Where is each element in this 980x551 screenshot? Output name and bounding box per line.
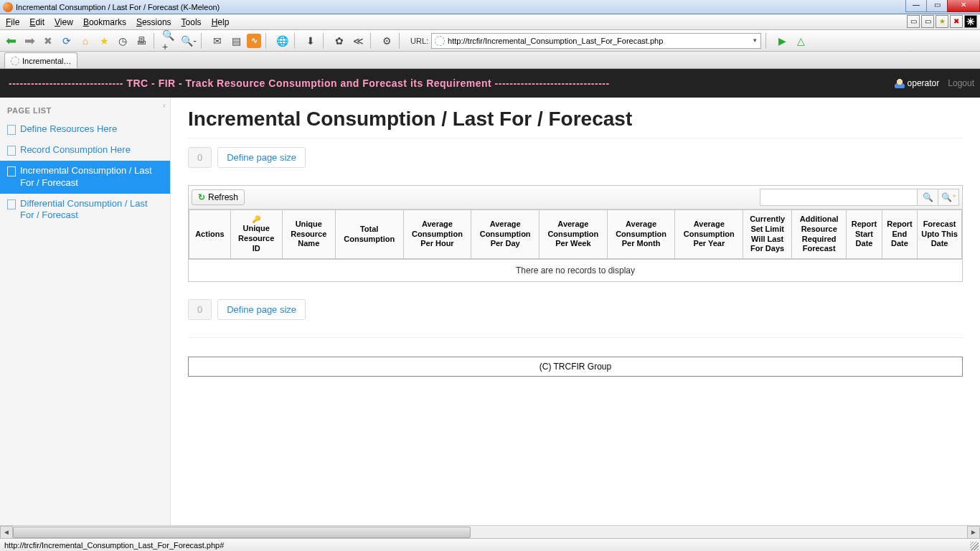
go-menu-button[interactable]: △ xyxy=(793,33,809,49)
zoom-out-button[interactable]: 🔍- xyxy=(181,33,197,49)
sidebar-item-label: Define Resources Here xyxy=(20,123,117,136)
x-small-icon[interactable]: ✖ xyxy=(950,15,963,28)
minimize-button[interactable]: — xyxy=(905,0,927,12)
forward-button[interactable]: ➡ xyxy=(22,33,37,49)
navigation-toolbar: ⬅ ➡ ✖ ⟳ ⌂ ★ ◷ 🖶 🔍+ 🔍- ✉ ▤ ∿ 🌐 ⬇ ✿ ≪ ⚙ UR… xyxy=(0,30,980,52)
menu-file[interactable]: File xyxy=(6,17,19,27)
col-report-end[interactable]: Report End Date xyxy=(882,210,917,259)
globe-button[interactable]: 🌐 xyxy=(274,33,290,49)
window-controls: — ▭ ✕ xyxy=(906,0,980,12)
horizontal-scrollbar[interactable]: ◄ ► xyxy=(0,525,980,538)
menu-edit[interactable]: Edit xyxy=(29,17,44,27)
grid-header-row: Actions 🔑Unique Resource ID Unique Resou… xyxy=(189,210,962,259)
sidebar-title: PAGE LIST xyxy=(0,98,170,119)
col-avg-hour[interactable]: Average Consumption Per Hour xyxy=(403,210,471,259)
url-dropdown-icon[interactable]: ▼ xyxy=(752,37,758,44)
favorite-button[interactable]: ★ xyxy=(96,33,112,49)
col-limit-days[interactable]: Currently Set Limit Will Last For Days xyxy=(743,210,792,259)
menu-help[interactable]: Help xyxy=(212,17,230,27)
tab-favicon xyxy=(11,57,19,65)
sidebar-item-record-consumption[interactable]: Record Consumption Here xyxy=(0,140,170,161)
refresh-button[interactable]: ↻Refresh xyxy=(192,189,245,205)
separator xyxy=(294,33,298,49)
divider xyxy=(188,138,963,138)
sidebar: ‹ PAGE LIST Define Resources Here Record… xyxy=(0,98,171,525)
menu-sessions[interactable]: Sessions xyxy=(136,17,171,27)
menu-view[interactable]: View xyxy=(55,17,73,27)
separator xyxy=(765,33,770,49)
window-titlebar: Incremental Consumption / Last For / For… xyxy=(0,0,980,14)
browser-tab[interactable]: Incremental… xyxy=(4,52,77,68)
col-actions[interactable]: Actions xyxy=(189,210,231,259)
grid-search-button[interactable]: 🔍 xyxy=(917,189,938,206)
user-label[interactable]: operator xyxy=(895,78,940,89)
menu-tools[interactable]: Tools xyxy=(182,17,202,27)
sidebar-collapse-icon[interactable]: ‹ xyxy=(163,100,166,110)
resize-grip[interactable] xyxy=(970,542,979,550)
go-button[interactable]: ▶ xyxy=(774,33,790,49)
col-additional-forecast[interactable]: Additional Resource Required Forecast xyxy=(792,210,847,259)
rss-button[interactable]: ∿ xyxy=(247,34,261,48)
news-button[interactable]: ▤ xyxy=(228,33,244,49)
footer-copyright: (C) TRCFIR Group xyxy=(188,357,963,377)
thumb-icon-2[interactable]: ▭ xyxy=(921,15,934,28)
home-button[interactable]: ⌂ xyxy=(77,33,93,49)
grid-advanced-search-button[interactable]: 🔍⁺ xyxy=(938,189,959,206)
share-button[interactable]: ≪ xyxy=(350,33,366,49)
back-button[interactable]: ⬅ xyxy=(3,33,19,49)
tab-label: Incremental… xyxy=(22,57,71,65)
page-controls-bottom: 0 Define page size xyxy=(188,299,963,320)
col-total-consumption[interactable]: Total Consumption xyxy=(335,210,403,259)
close-button[interactable]: ✕ xyxy=(947,0,980,12)
url-input[interactable]: http://trcfir/Incremental_Consumption_La… xyxy=(431,33,761,49)
url-label: URL: xyxy=(410,37,428,45)
sidebar-item-define-resources[interactable]: Define Resources Here xyxy=(0,119,170,140)
app-header: ------------------------------- TRC - FI… xyxy=(0,69,980,98)
stop-button[interactable]: ✖ xyxy=(40,33,56,49)
sidebar-item-incremental[interactable]: Incremental Consumption / Last For / For… xyxy=(0,161,170,194)
download-button[interactable]: ⬇ xyxy=(303,33,319,49)
scroll-left-button[interactable]: ◄ xyxy=(0,526,13,539)
separator xyxy=(323,33,327,49)
grid-table: Actions 🔑Unique Resource ID Unique Resou… xyxy=(189,209,962,259)
menu-bar: File Edit View Bookmarks Sessions Tools … xyxy=(0,14,980,30)
window-title: Incremental Consumption / Last For / For… xyxy=(16,3,220,11)
col-report-start[interactable]: Report Start Date xyxy=(847,210,882,259)
mail-button[interactable]: ✉ xyxy=(209,33,225,49)
scroll-thumb[interactable] xyxy=(13,527,471,538)
status-bar: http://trcfir/Incremental_Consumption_La… xyxy=(0,538,980,551)
scroll-right-button[interactable]: ► xyxy=(967,526,980,539)
define-page-size-button[interactable]: Define page size xyxy=(217,299,306,320)
separator xyxy=(399,33,403,49)
key-icon: 🔑 xyxy=(234,215,279,225)
reload-button[interactable]: ⟳ xyxy=(59,33,75,49)
maximize-button[interactable]: ▭ xyxy=(926,0,948,12)
scroll-track[interactable] xyxy=(13,526,967,538)
sidebar-item-differential[interactable]: Differential Consumption / Last For / Fo… xyxy=(0,194,170,227)
menu-bookmarks[interactable]: Bookmarks xyxy=(83,17,126,27)
logout-link[interactable]: Logout xyxy=(948,78,974,88)
star-small-icon[interactable]: ★ xyxy=(936,15,948,28)
page-count: 0 xyxy=(188,147,212,168)
main-content: Incremental Consumption / Last For / For… xyxy=(171,98,980,525)
separator xyxy=(265,33,270,49)
grid-search-input[interactable] xyxy=(760,189,918,206)
settings-button[interactable]: ⚙ xyxy=(379,33,395,49)
col-avg-day[interactable]: Average Consumption Per Day xyxy=(471,210,540,259)
col-avg-year[interactable]: Average Consumption Per Year xyxy=(675,210,743,259)
plugin-icon[interactable]: ✿ xyxy=(331,33,347,49)
col-forecast-upto[interactable]: Forecast Upto This Date xyxy=(918,210,962,259)
history-button[interactable]: ◷ xyxy=(115,33,131,49)
col-unique-resource-name[interactable]: Unique Resource Name xyxy=(282,210,335,259)
sidebar-item-label: Incremental Consumption / Last For / For… xyxy=(20,165,163,189)
thumb-icon-1[interactable]: ▭ xyxy=(907,15,920,28)
col-avg-month[interactable]: Average Consumption Per Month xyxy=(607,210,675,259)
app-brand: ------------------------------- TRC - FI… xyxy=(0,77,610,89)
col-avg-week[interactable]: Average Consumption Per Week xyxy=(540,210,608,259)
url-text: http://trcfir/Incremental_Consumption_La… xyxy=(448,37,663,45)
zoom-in-button[interactable]: 🔍+ xyxy=(162,33,178,49)
kmeleon-icon[interactable]: ✳ xyxy=(964,15,977,28)
col-unique-resource-id[interactable]: 🔑Unique Resource ID xyxy=(230,210,282,259)
define-page-size-button[interactable]: Define page size xyxy=(217,147,306,168)
print-button[interactable]: 🖶 xyxy=(133,33,149,49)
